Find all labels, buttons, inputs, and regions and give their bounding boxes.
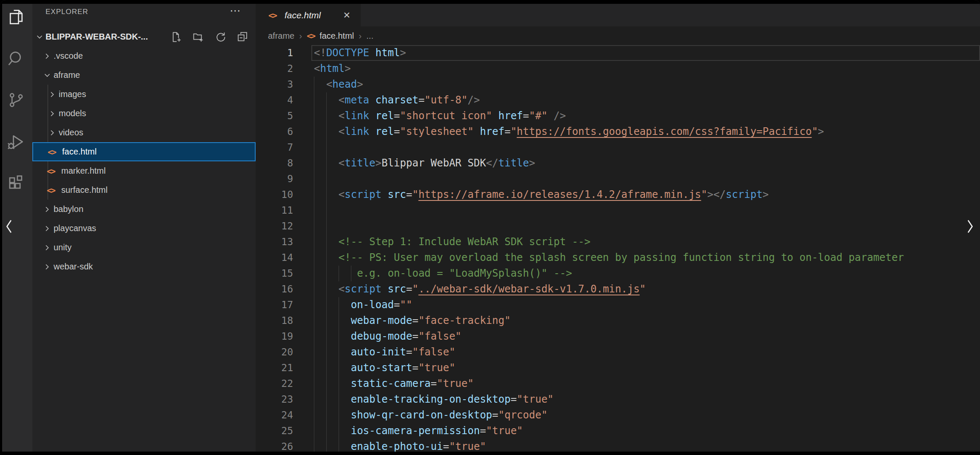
code-token: "#" bbox=[529, 110, 547, 122]
code-token: > bbox=[376, 157, 382, 169]
tree-item-models[interactable]: models bbox=[32, 104, 256, 123]
code-token bbox=[314, 362, 351, 374]
tree-item-label: webar-sdk bbox=[54, 262, 93, 272]
tree-item-webar-sdk[interactable]: webar-sdk bbox=[32, 257, 256, 276]
tree-item-label: videos bbox=[59, 128, 83, 137]
tree-item-surface-html[interactable]: <>surface.html bbox=[32, 180, 256, 200]
tab-face-html[interactable]: <>face.html✕ bbox=[256, 4, 361, 26]
code-token: " bbox=[412, 283, 418, 295]
explorer-sidebar: EXPLORER ⋯ BLIPPAR-WEBAR-SDK-... .vscode… bbox=[32, 0, 256, 455]
search-icon[interactable] bbox=[1, 42, 31, 74]
code-line[interactable]: 19 debug-mode="false" bbox=[256, 329, 980, 344]
root-folder-row[interactable]: BLIPPAR-WEBAR-SDK-... bbox=[32, 27, 256, 46]
code-line[interactable]: 14 <!-- PS: User may overload the splash… bbox=[256, 250, 980, 266]
html-file-icon: <> bbox=[268, 11, 280, 20]
breadcrumb-item-face-html[interactable]: face.html bbox=[319, 31, 354, 41]
code-line[interactable]: 12 bbox=[256, 218, 980, 234]
code-token: link bbox=[345, 126, 369, 137]
source-control-icon[interactable] bbox=[1, 84, 31, 116]
explorer-icon[interactable] bbox=[1, 1, 31, 33]
tree-item-vscode[interactable]: .vscode bbox=[32, 46, 256, 66]
indent-guide bbox=[314, 266, 314, 281]
code-line[interactable]: 5 <link rel="shortcut icon" href="#" /> bbox=[256, 108, 980, 124]
window-top-edge bbox=[0, 0, 980, 4]
code-line-content: auto-init="false" bbox=[311, 344, 455, 360]
editor-group: <>face.html✕ aframe›<>face.html›... 1<!D… bbox=[256, 0, 980, 455]
code-token: "true" bbox=[437, 378, 474, 389]
line-number: 17 bbox=[256, 297, 311, 313]
more-actions-icon[interactable]: ⋯ bbox=[230, 4, 241, 17]
line-number: 8 bbox=[256, 155, 311, 171]
indent-guide bbox=[351, 266, 351, 281]
tree-item-playcanvas[interactable]: playcanvas bbox=[32, 219, 256, 238]
code-token: "false" bbox=[412, 346, 455, 358]
tree-item-face-html[interactable]: <>face.html bbox=[32, 142, 256, 161]
code-token: title bbox=[499, 157, 529, 169]
code-token: "qrcode" bbox=[499, 409, 548, 421]
code-line[interactable]: 23 enable-tracking-on-desktop="true" bbox=[256, 392, 980, 407]
code-line-content bbox=[311, 140, 314, 155]
breadcrumb-item-[interactable]: ... bbox=[366, 31, 373, 41]
close-icon[interactable]: ✕ bbox=[343, 10, 350, 20]
code-token: "true" bbox=[486, 425, 523, 437]
code-line-content: <meta charset="utf-8"/> bbox=[311, 92, 480, 108]
code-line[interactable]: 15 e.g. on-load = "LoadMySplash()" --> bbox=[256, 266, 980, 281]
code-line[interactable]: 16 <script src="../webar-sdk/webar-sdk-v… bbox=[256, 281, 980, 297]
code-line[interactable]: 6 <link rel="stylesheet" href="https://f… bbox=[256, 124, 980, 140]
code-line-content: webar-mode="face-tracking" bbox=[311, 313, 510, 329]
code-line[interactable]: 17 on-load="" bbox=[256, 297, 980, 313]
code-editor[interactable]: 1<!DOCTYPE html>2<html>3 <head>4 <meta c… bbox=[256, 45, 980, 455]
code-line[interactable]: 21 auto-start="true" bbox=[256, 360, 980, 376]
code-line[interactable]: 10 <script src="https://aframe.io/releas… bbox=[256, 187, 980, 203]
tree-item-videos[interactable]: videos bbox=[32, 123, 256, 142]
collapse-folders-icon[interactable] bbox=[236, 31, 249, 43]
line-number: 21 bbox=[256, 360, 311, 376]
indent-guide bbox=[326, 155, 327, 171]
extensions-icon[interactable] bbox=[1, 167, 31, 199]
code-token: e.g. on-load = "LoadMySplash()" --> bbox=[314, 267, 572, 279]
code-token: = bbox=[412, 315, 418, 326]
chevron-down-icon bbox=[43, 72, 51, 79]
tree-item-label: surface.html bbox=[61, 185, 108, 195]
tree-item-unity[interactable]: unity bbox=[32, 238, 256, 257]
tree-item-babylon[interactable]: babylon bbox=[32, 200, 256, 219]
code-line[interactable]: 4 <meta charset="utf-8"/> bbox=[256, 92, 980, 108]
html-file-icon: <> bbox=[47, 166, 59, 176]
new-file-icon[interactable] bbox=[170, 31, 182, 43]
code-line[interactable]: 11 bbox=[256, 203, 980, 218]
root-folder-label: BLIPPAR-WEBAR-SDK-... bbox=[46, 32, 148, 42]
chevron-right-icon[interactable] bbox=[965, 219, 975, 234]
code-token: "true" bbox=[517, 393, 554, 405]
tree-item-images[interactable]: images bbox=[32, 85, 256, 104]
breadcrumb-item-aframe[interactable]: aframe bbox=[268, 31, 294, 41]
code-line[interactable]: 25 ios-camera-permission="true" bbox=[256, 423, 980, 439]
tree-item-label: images bbox=[59, 89, 86, 99]
code-line[interactable]: 1<!DOCTYPE html> bbox=[256, 45, 980, 61]
indent-guide bbox=[326, 392, 327, 407]
line-number: 25 bbox=[256, 423, 311, 439]
code-token bbox=[314, 330, 351, 342]
refresh-explorer-icon[interactable] bbox=[214, 31, 227, 43]
new-folder-icon[interactable] bbox=[192, 31, 205, 43]
tree-item-aframe[interactable]: aframe bbox=[32, 66, 256, 85]
code-line[interactable]: 2<html> bbox=[256, 61, 980, 77]
run-and-debug-icon[interactable] bbox=[1, 126, 31, 158]
code-line[interactable]: 20 auto-init="false" bbox=[256, 344, 980, 360]
tree-item-label: babylon bbox=[54, 204, 83, 214]
indent-guide bbox=[314, 423, 314, 439]
code-line[interactable]: 8 <title>Blippar WebAR SDK</title> bbox=[256, 155, 980, 171]
code-line[interactable]: 24 show-qr-card-on-desktop="qrcode" bbox=[256, 407, 980, 423]
code-line[interactable]: 18 webar-mode="face-tracking" bbox=[256, 313, 980, 329]
code-line[interactable]: 22 static-camera="true" bbox=[256, 376, 980, 392]
chevron-left-icon[interactable] bbox=[4, 219, 14, 234]
code-line-content: show-qr-card-on-desktop="qrcode" bbox=[311, 407, 547, 423]
line-number: 14 bbox=[256, 250, 311, 266]
indent-guide bbox=[314, 250, 314, 266]
code-line[interactable]: 13 <!-- Step 1: Include WebAR SDK script… bbox=[256, 234, 980, 250]
html-file-icon: <> bbox=[48, 147, 60, 157]
code-line[interactable]: 7 bbox=[256, 140, 980, 155]
tree-item-marker-html[interactable]: <>marker.html bbox=[32, 161, 256, 180]
code-line[interactable]: 3 <head> bbox=[256, 77, 980, 92]
line-number: 2 bbox=[256, 61, 311, 77]
code-line[interactable]: 9 bbox=[256, 171, 980, 187]
